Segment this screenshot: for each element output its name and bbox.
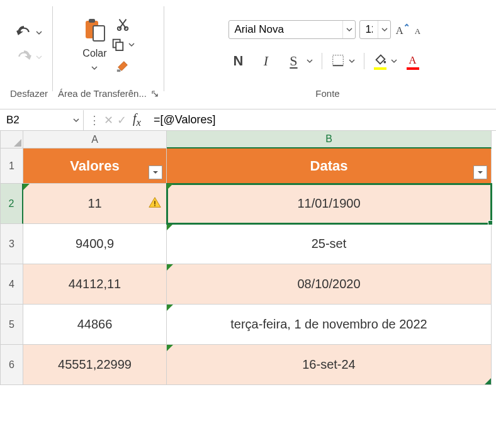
- cell-A4[interactable]: 44112,11: [23, 264, 167, 305]
- dialog-launcher-icon[interactable]: [150, 89, 159, 98]
- cell-value: 45551,22999: [58, 357, 132, 372]
- font-name-input[interactable]: [229, 22, 342, 37]
- row-header-6[interactable]: 6: [1, 345, 23, 385]
- increase-font-button[interactable]: A: [395, 23, 409, 36]
- cell-B3[interactable]: 25-set: [167, 224, 492, 264]
- underline-button[interactable]: S: [284, 53, 303, 69]
- bucket-icon: [373, 53, 387, 69]
- row-header-1[interactable]: 1: [1, 148, 23, 184]
- copy-button[interactable]: [111, 37, 135, 53]
- cell-value: 16-set-24: [302, 357, 356, 372]
- undo-button[interactable]: [16, 23, 42, 42]
- redo-button[interactable]: [16, 48, 42, 66]
- paste-icon: [82, 17, 107, 44]
- svg-rect-14: [154, 201, 155, 204]
- table-header-datas[interactable]: Datas: [167, 148, 492, 184]
- cell-B5[interactable]: terça-feira, 1 de novembro de 2022: [167, 305, 492, 345]
- spreadsheet-grid[interactable]: A B 1 Valores Datas 2 11 11/01/1900 3 94…: [0, 131, 496, 385]
- cell-value: 9400,9: [76, 237, 114, 251]
- bold-button[interactable]: N: [228, 53, 247, 69]
- column-header-A[interactable]: A: [23, 131, 167, 148]
- cell-value: terça-feira, 1 de novembro de 2022: [230, 317, 427, 332]
- undo-group: Desfazer: [5, 4, 53, 104]
- chevron-down-icon[interactable]: [307, 56, 313, 66]
- chevron-down-icon[interactable]: [128, 40, 135, 50]
- cell-A5[interactable]: 44866: [23, 305, 167, 345]
- row-header-3[interactable]: 3: [1, 224, 23, 264]
- format-painter-button[interactable]: [116, 59, 130, 73]
- column-header-B[interactable]: B: [167, 131, 492, 148]
- cell-B2[interactable]: 11/01/1900: [167, 184, 492, 224]
- error-trace-button[interactable]: [147, 195, 162, 210]
- svg-rect-7: [117, 69, 121, 72]
- chevron-down-icon[interactable]: [36, 28, 42, 38]
- paste-button[interactable]: Colar: [82, 17, 107, 73]
- clipboard-group: Colar Área de Transferên...: [53, 4, 164, 104]
- cut-button[interactable]: [116, 17, 130, 31]
- borders-icon: [331, 53, 345, 69]
- formula-flag-icon: [167, 345, 173, 351]
- group-label-clipboard: Área de Transferên...: [58, 86, 159, 103]
- cell-value: 25-set: [312, 237, 347, 251]
- chevron-down-icon[interactable]: [91, 63, 98, 73]
- name-box-input[interactable]: [4, 113, 73, 128]
- name-box[interactable]: [0, 110, 84, 130]
- svg-rect-15: [154, 205, 155, 206]
- formula-flag-icon: [167, 264, 173, 271]
- selection-handle[interactable]: [488, 220, 493, 225]
- cell-A6[interactable]: 45551,22999: [23, 345, 167, 385]
- italic-button[interactable]: I: [256, 53, 275, 69]
- formula-flag-icon: [167, 184, 173, 190]
- svg-point-3: [118, 26, 121, 30]
- fill-color-swatch: [374, 67, 386, 70]
- filter-button[interactable]: [473, 165, 487, 179]
- chevron-down-icon[interactable]: [378, 21, 390, 38]
- redo-icon: [16, 48, 32, 66]
- copy-icon: [111, 37, 125, 53]
- svg-point-4: [125, 26, 128, 30]
- formula-flag-icon: [167, 224, 173, 230]
- borders-button[interactable]: [331, 53, 355, 69]
- formula-bar-row: ⋮ ✕ ✓ fx: [0, 109, 496, 131]
- insert-function-button[interactable]: fx: [130, 111, 144, 129]
- svg-text:A: A: [409, 53, 417, 65]
- cell-value: 11: [87, 196, 101, 211]
- row-header-5[interactable]: 5: [1, 305, 23, 345]
- font-group: A A N I S: [164, 4, 491, 104]
- filter-button[interactable]: [149, 165, 162, 179]
- row-header-4[interactable]: 4: [1, 264, 23, 305]
- separator: [322, 53, 322, 69]
- font-size-input[interactable]: [360, 22, 378, 37]
- font-name-combo[interactable]: [228, 20, 356, 39]
- svg-rect-10: [333, 55, 344, 65]
- table-resize-handle[interactable]: [485, 378, 491, 384]
- chevron-down-icon[interactable]: [73, 115, 79, 125]
- table-header-valores[interactable]: Valores: [23, 148, 167, 184]
- decrease-font-button[interactable]: A: [412, 23, 426, 36]
- undo-icon: [16, 23, 32, 42]
- font-color-swatch: [407, 67, 419, 70]
- cell-A3[interactable]: 9400,9: [23, 224, 167, 264]
- chevron-down-icon[interactable]: [349, 56, 355, 66]
- svg-text:A: A: [396, 25, 403, 36]
- font-color-button[interactable]: A: [406, 53, 420, 70]
- fill-color-button[interactable]: [373, 53, 397, 70]
- svg-rect-1: [89, 19, 95, 23]
- chevron-down-icon[interactable]: [391, 56, 397, 66]
- formula-bar[interactable]: [149, 109, 496, 130]
- chevron-down-icon: [36, 52, 42, 62]
- font-size-combo[interactable]: [359, 20, 391, 39]
- row-header-2[interactable]: 2: [1, 184, 23, 224]
- chevron-down-icon[interactable]: [342, 21, 355, 38]
- select-all-corner[interactable]: [1, 131, 23, 148]
- cell-B6[interactable]: 16-set-24: [167, 345, 492, 385]
- more-icon[interactable]: ⋮: [89, 113, 100, 127]
- svg-point-12: [384, 60, 386, 63]
- group-label-font: Fonte: [315, 86, 339, 103]
- cell-B4[interactable]: 08/10/2020: [167, 264, 492, 305]
- separator: [364, 53, 364, 69]
- formula-input[interactable]: [149, 109, 496, 130]
- cell-A2[interactable]: 11: [23, 184, 167, 224]
- svg-rect-6: [116, 42, 123, 50]
- cell-value: 44866: [77, 317, 113, 332]
